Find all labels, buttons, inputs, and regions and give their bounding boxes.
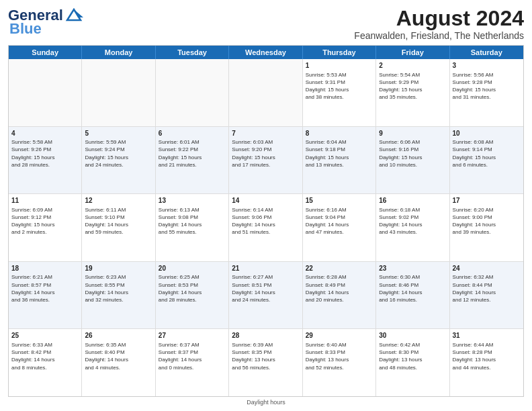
day-info-29: Sunrise: 6:40 AM Sunset: 8:33 PM Dayligh…	[306, 341, 373, 371]
day-cell-13: 13Sunrise: 6:13 AM Sunset: 9:08 PM Dayli…	[156, 194, 229, 261]
day-info-22: Sunrise: 6:28 AM Sunset: 8:49 PM Dayligh…	[306, 273, 373, 304]
day-cell-10: 10Sunrise: 6:08 AM Sunset: 9:14 PM Dayli…	[450, 127, 523, 194]
day-cell-21: 21Sunrise: 6:27 AM Sunset: 8:51 PM Dayli…	[229, 262, 302, 329]
calendar-row-0: 1Sunrise: 5:53 AM Sunset: 9:31 PM Daylig…	[9, 59, 523, 127]
day-cell-23: 23Sunrise: 6:30 AM Sunset: 8:46 PM Dayli…	[376, 262, 449, 329]
day-cell-8: 8Sunrise: 6:04 AM Sunset: 9:18 PM Daylig…	[303, 127, 376, 194]
day-info-12: Sunrise: 6:11 AM Sunset: 9:10 PM Dayligh…	[85, 206, 152, 236]
calendar-row-1: 4Sunrise: 5:58 AM Sunset: 9:26 PM Daylig…	[9, 127, 523, 195]
day-number-30: 30	[379, 331, 446, 340]
svg-marker-1	[74, 9, 83, 17]
day-cell-1: 1Sunrise: 5:53 AM Sunset: 9:31 PM Daylig…	[303, 59, 376, 126]
day-info-11: Sunrise: 6:09 AM Sunset: 9:12 PM Dayligh…	[11, 206, 79, 236]
day-number-15: 15	[306, 196, 373, 205]
day-cell-9: 9Sunrise: 6:06 AM Sunset: 9:16 PM Daylig…	[376, 127, 449, 194]
day-info-4: Sunrise: 5:58 AM Sunset: 9:26 PM Dayligh…	[11, 138, 79, 169]
page-subtitle: Feanwalden, Friesland, The Netherlands	[354, 30, 524, 41]
day-info-30: Sunrise: 6:42 AM Sunset: 8:30 PM Dayligh…	[379, 341, 446, 371]
header: General Blue August 2024 Feanwalden, Fri…	[8, 7, 524, 41]
day-number-4: 4	[11, 129, 79, 138]
empty-cell-0-2	[156, 59, 229, 126]
day-cell-14: 14Sunrise: 6:14 AM Sunset: 9:06 PM Dayli…	[229, 194, 302, 261]
day-number-25: 25	[11, 331, 79, 340]
day-cell-6: 6Sunrise: 6:01 AM Sunset: 9:22 PM Daylig…	[156, 127, 229, 194]
day-cell-12: 12Sunrise: 6:11 AM Sunset: 9:10 PM Dayli…	[82, 194, 155, 261]
calendar-row-4: 25Sunrise: 6:33 AM Sunset: 8:42 PM Dayli…	[9, 329, 523, 396]
logo: General Blue	[8, 7, 83, 38]
day-number-24: 24	[453, 264, 521, 273]
day-number-18: 18	[11, 264, 79, 273]
day-cell-29: 29Sunrise: 6:40 AM Sunset: 8:33 PM Dayli…	[303, 329, 376, 396]
day-number-11: 11	[11, 196, 79, 205]
day-cell-25: 25Sunrise: 6:33 AM Sunset: 8:42 PM Dayli…	[9, 329, 82, 396]
day-info-15: Sunrise: 6:16 AM Sunset: 9:04 PM Dayligh…	[306, 206, 373, 236]
weekday-thursday: Thursday	[303, 46, 376, 59]
day-info-6: Sunrise: 6:01 AM Sunset: 9:22 PM Dayligh…	[159, 138, 226, 169]
day-cell-27: 27Sunrise: 6:37 AM Sunset: 8:37 PM Dayli…	[156, 329, 229, 396]
empty-cell-0-0	[9, 59, 82, 126]
calendar-row-2: 11Sunrise: 6:09 AM Sunset: 9:12 PM Dayli…	[9, 194, 523, 262]
day-info-21: Sunrise: 6:27 AM Sunset: 8:51 PM Dayligh…	[232, 273, 299, 304]
day-info-17: Sunrise: 6:20 AM Sunset: 9:00 PM Dayligh…	[453, 206, 521, 236]
day-number-23: 23	[379, 264, 446, 273]
logo-text-blue: Blue	[8, 20, 42, 38]
page-title: August 2024	[354, 7, 524, 30]
day-cell-7: 7Sunrise: 6:03 AM Sunset: 9:20 PM Daylig…	[229, 127, 302, 194]
day-number-19: 19	[85, 264, 152, 273]
weekday-friday: Friday	[376, 46, 449, 59]
day-cell-4: 4Sunrise: 5:58 AM Sunset: 9:26 PM Daylig…	[9, 127, 82, 194]
calendar: Sunday Monday Tuesday Wednesday Thursday…	[8, 45, 524, 397]
day-info-1: Sunrise: 5:53 AM Sunset: 9:31 PM Dayligh…	[306, 71, 373, 101]
day-info-5: Sunrise: 5:59 AM Sunset: 9:24 PM Dayligh…	[85, 138, 152, 169]
day-info-19: Sunrise: 6:23 AM Sunset: 8:55 PM Dayligh…	[85, 273, 152, 304]
day-cell-31: 31Sunrise: 6:44 AM Sunset: 8:28 PM Dayli…	[450, 329, 523, 396]
day-number-27: 27	[159, 331, 226, 340]
calendar-row-3: 18Sunrise: 6:21 AM Sunset: 8:57 PM Dayli…	[9, 262, 523, 330]
day-info-3: Sunrise: 5:56 AM Sunset: 9:28 PM Dayligh…	[453, 71, 521, 101]
day-number-9: 9	[379, 129, 446, 138]
day-number-31: 31	[453, 331, 521, 340]
day-info-20: Sunrise: 6:25 AM Sunset: 8:53 PM Dayligh…	[159, 273, 226, 304]
day-number-21: 21	[232, 264, 299, 273]
day-info-13: Sunrise: 6:13 AM Sunset: 9:08 PM Dayligh…	[159, 206, 226, 236]
day-number-10: 10	[453, 129, 521, 138]
weekday-sunday: Sunday	[9, 46, 82, 59]
day-info-27: Sunrise: 6:37 AM Sunset: 8:37 PM Dayligh…	[159, 341, 226, 371]
day-info-31: Sunrise: 6:44 AM Sunset: 8:28 PM Dayligh…	[453, 341, 521, 371]
day-info-9: Sunrise: 6:06 AM Sunset: 9:16 PM Dayligh…	[379, 138, 446, 169]
calendar-body: 1Sunrise: 5:53 AM Sunset: 9:31 PM Daylig…	[9, 59, 523, 396]
day-number-16: 16	[379, 196, 446, 205]
day-number-29: 29	[306, 331, 373, 340]
day-number-22: 22	[306, 264, 373, 273]
day-number-14: 14	[232, 196, 299, 205]
day-info-7: Sunrise: 6:03 AM Sunset: 9:20 PM Dayligh…	[232, 138, 299, 169]
weekday-tuesday: Tuesday	[156, 46, 229, 59]
day-cell-24: 24Sunrise: 6:32 AM Sunset: 8:44 PM Dayli…	[450, 262, 523, 329]
day-cell-11: 11Sunrise: 6:09 AM Sunset: 9:12 PM Dayli…	[9, 194, 82, 261]
day-number-20: 20	[159, 264, 226, 273]
day-cell-18: 18Sunrise: 6:21 AM Sunset: 8:57 PM Dayli…	[9, 262, 82, 329]
day-number-2: 2	[379, 61, 446, 71]
page: General Blue August 2024 Feanwalden, Fri…	[0, 0, 532, 411]
day-number-17: 17	[453, 196, 521, 205]
day-cell-19: 19Sunrise: 6:23 AM Sunset: 8:55 PM Dayli…	[82, 262, 155, 329]
day-number-26: 26	[85, 331, 152, 340]
day-cell-3: 3Sunrise: 5:56 AM Sunset: 9:28 PM Daylig…	[450, 59, 523, 126]
day-cell-28: 28Sunrise: 6:39 AM Sunset: 8:35 PM Dayli…	[229, 329, 302, 396]
day-cell-20: 20Sunrise: 6:25 AM Sunset: 8:53 PM Dayli…	[156, 262, 229, 329]
day-info-8: Sunrise: 6:04 AM Sunset: 9:18 PM Dayligh…	[306, 138, 373, 169]
day-number-1: 1	[306, 61, 373, 71]
day-number-7: 7	[232, 129, 299, 138]
day-info-24: Sunrise: 6:32 AM Sunset: 8:44 PM Dayligh…	[453, 273, 521, 304]
day-cell-17: 17Sunrise: 6:20 AM Sunset: 9:00 PM Dayli…	[450, 194, 523, 261]
day-info-23: Sunrise: 6:30 AM Sunset: 8:46 PM Dayligh…	[379, 273, 446, 304]
day-cell-30: 30Sunrise: 6:42 AM Sunset: 8:30 PM Dayli…	[376, 329, 449, 396]
weekday-wednesday: Wednesday	[229, 46, 302, 59]
day-cell-16: 16Sunrise: 6:18 AM Sunset: 9:02 PM Dayli…	[376, 194, 449, 261]
day-number-6: 6	[159, 129, 226, 138]
logo-icon	[64, 8, 83, 21]
day-number-8: 8	[306, 129, 373, 138]
day-number-12: 12	[85, 196, 152, 205]
title-block: August 2024 Feanwalden, Friesland, The N…	[354, 7, 524, 41]
day-cell-5: 5Sunrise: 5:59 AM Sunset: 9:24 PM Daylig…	[82, 127, 155, 194]
